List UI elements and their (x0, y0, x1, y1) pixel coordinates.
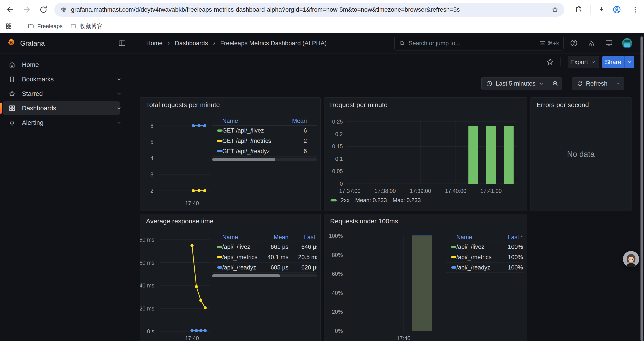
display-button[interactable] (604, 38, 614, 48)
sidebar-item-home[interactable]: Home (0, 58, 131, 72)
svg-text:0 s: 0 s (147, 328, 154, 334)
svg-text:80%: 80% (332, 252, 343, 258)
svg-text:17:39:00: 17:39:00 (410, 188, 431, 194)
share-menu-button[interactable] (624, 56, 634, 68)
bookmark-label: 收藏博客 (80, 22, 102, 30)
series-value: 605 µs (260, 264, 289, 271)
svg-text:20%: 20% (332, 309, 343, 315)
table-row[interactable]: /api/_/readyz605 µs620 µs (212, 262, 317, 272)
chart-legend[interactable]: 2xx Mean: 0.233 Max: 0.233 (330, 197, 421, 204)
table-row[interactable]: /api/_/metrics40.1 ms20.5 ms (212, 252, 317, 262)
chevron-down-icon[interactable] (116, 105, 122, 111)
browser-toolbar: grafana.mathmast.com/d/deytv4rwavabkb/fr… (0, 0, 644, 19)
svg-text:3: 3 (150, 171, 154, 178)
forward-button[interactable] (22, 5, 31, 14)
svg-text:0.15: 0.15 (332, 143, 343, 149)
table-row[interactable]: /api/_/readyz100% (446, 262, 524, 272)
user-avatar[interactable] (622, 38, 632, 48)
table-row[interactable]: /api/_/livez100% (446, 242, 524, 252)
svg-text:5: 5 (150, 139, 154, 145)
table-row[interactable]: /api/_/metrics100% (446, 252, 524, 262)
browser-menu-button[interactable] (631, 6, 639, 14)
sidebar-menu: Home Bookmarks Starred Dashboards Alerti… (0, 57, 131, 130)
page-scrollbar[interactable] (640, 37, 643, 341)
svg-text:0%: 0% (335, 328, 343, 334)
search-input[interactable]: Search or jump to... ⌘+k (394, 36, 564, 51)
breadcrumb-home[interactable]: Home (146, 40, 163, 47)
panel-title[interactable]: Request per minute (330, 101, 388, 109)
legend-table[interactable]: NameMeanLast */api/_/livez661 µs646 µs/a… (212, 233, 317, 277)
chevron-down-icon (538, 81, 544, 87)
bookmark-star-icon[interactable] (552, 6, 558, 13)
sidebar-collapse-button[interactable] (118, 39, 126, 47)
table-row[interactable]: GET /api/_/metrics2 (212, 136, 317, 146)
apps-grid-icon[interactable] (5, 23, 12, 30)
refresh-button[interactable]: Refresh (572, 78, 612, 90)
column-header[interactable]: Name (222, 234, 260, 241)
reload-button[interactable] (39, 5, 48, 14)
column-header[interactable]: Mean (260, 234, 289, 241)
table-row[interactable]: /api/_/livez661 µs646 µs (212, 242, 317, 252)
panel-title[interactable]: Errors per second (536, 101, 589, 109)
grafana-logo[interactable] (6, 37, 16, 47)
url-bar[interactable]: grafana.mathmast.com/d/deytv4rwavabkb/fr… (54, 3, 564, 17)
share-button[interactable]: Share (602, 56, 624, 68)
site-settings-icon[interactable] (60, 6, 67, 13)
url-text[interactable]: grafana.mathmast.com/d/deytv4rwavabkb/fr… (71, 6, 547, 13)
table-row[interactable]: GET /api/_/readyz6 (212, 146, 317, 156)
rss-icon (588, 39, 595, 47)
chevron-down-icon[interactable] (116, 76, 122, 82)
sidebar-item-label: Bookmarks (22, 76, 54, 83)
sidebar-item-starred[interactable]: Starred (0, 87, 131, 101)
column-header[interactable]: Name (456, 234, 497, 241)
help-button[interactable] (569, 38, 579, 48)
column-header[interactable]: Last * (289, 234, 317, 241)
grafana-flame-icon (6, 37, 16, 47)
folder-icon (70, 23, 77, 30)
export-button[interactable]: Export (568, 56, 599, 68)
time-range-picker[interactable]: Last 5 minutes (482, 78, 549, 90)
kebab-menu-icon (631, 6, 639, 14)
extensions-button[interactable] (575, 6, 582, 14)
series-name: GET /api/_/metrics (222, 138, 288, 144)
svg-text:20 ms: 20 ms (140, 305, 154, 311)
table-row[interactable]: GET /api/_/livez6 (212, 125, 317, 136)
breadcrumb-dashboards[interactable]: Dashboards (175, 40, 208, 47)
profile-button[interactable] (612, 5, 621, 14)
assistant-avatar-widget[interactable] (623, 251, 639, 267)
chevron-down-icon[interactable] (116, 120, 122, 126)
sidebar-item-dashboards[interactable]: Dashboards (0, 101, 131, 115)
series-value: 100% (497, 254, 524, 261)
bookmark-label: Freeleaps (37, 23, 63, 30)
panel-title[interactable]: Total requests per minute (146, 101, 220, 109)
column-header[interactable]: Last * (497, 234, 524, 241)
bookmark-folder-freeleaps[interactable]: Freeleaps (28, 23, 63, 30)
svg-text:17:41:00: 17:41:00 (480, 188, 502, 194)
panel-errors-per-second: Errors per second No data (530, 97, 632, 211)
table-scrollbar[interactable] (212, 158, 317, 161)
series-name: GET /api/_/livez (222, 127, 288, 134)
no-data-message: No data (530, 98, 631, 211)
panel-title[interactable]: Requests under 100ms (330, 217, 398, 225)
bookmark-folder-blogs[interactable]: 收藏博客 (70, 22, 102, 30)
column-header[interactable]: Mean (288, 118, 307, 124)
panel-title[interactable]: Average response time (146, 217, 214, 225)
series-value: 100% (497, 264, 524, 271)
back-icon (6, 5, 14, 14)
legend-table[interactable]: NameLast */api/_/livez100%/api/_/metrics… (446, 233, 524, 273)
chevron-down-icon[interactable] (116, 91, 122, 97)
downloads-button[interactable] (598, 6, 606, 14)
favorite-dashboard-button[interactable] (545, 57, 555, 67)
svg-text:0.1: 0.1 (335, 156, 343, 162)
sidebar-item-bookmarks[interactable]: Bookmarks (0, 72, 131, 86)
puzzle-icon (575, 6, 582, 14)
sidebar-item-alerting[interactable]: Alerting (0, 116, 131, 129)
legend-table[interactable]: NameMeanGET /api/_/livez6GET /api/_/metr… (212, 117, 317, 161)
table-scrollbar[interactable] (212, 274, 317, 277)
bookmarks-bar: Freeleaps 收藏博客 (0, 19, 644, 33)
column-header[interactable]: Name (222, 118, 288, 124)
refresh-interval-button[interactable] (612, 78, 624, 90)
zoom-out-button[interactable] (549, 78, 562, 90)
news-button[interactable] (586, 38, 596, 48)
back-button[interactable] (6, 5, 14, 14)
